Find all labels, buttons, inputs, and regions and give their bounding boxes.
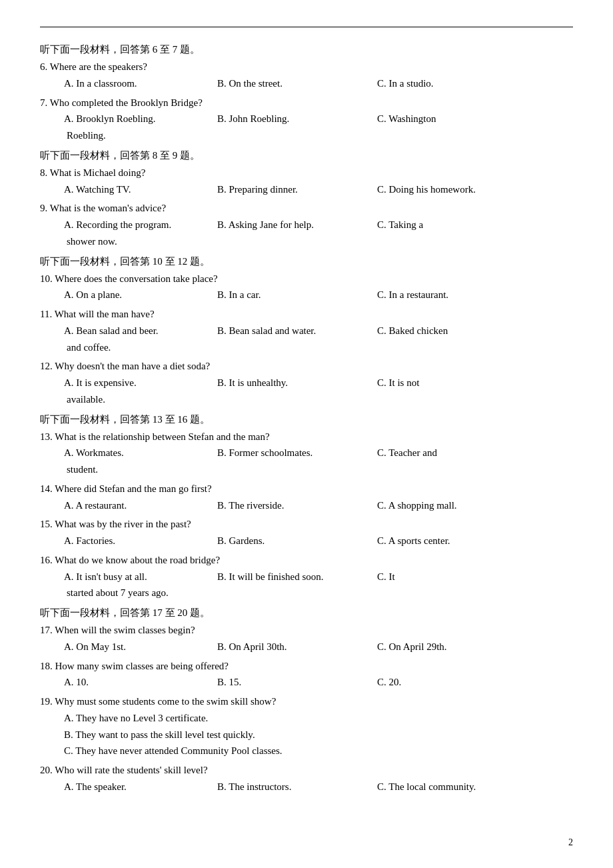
option-q8-2: C. Doing his homework.	[377, 181, 573, 198]
option-q7-0: A. Brooklyn Roebling.	[64, 111, 211, 127]
options-row-q13: A. Workmates.B. Former schoolmates.C. Te…	[40, 445, 573, 461]
continuation-q13: student.	[40, 461, 573, 478]
option-q10-1: B. In a car.	[217, 287, 370, 303]
question-title-q7: 7. Who completed the Brooklyn Bridge?	[40, 95, 573, 111]
option-q20-2: C. The local community.	[377, 779, 573, 795]
question-q18: 18. How many swim classes are being offe…	[40, 658, 573, 691]
section-heading-sec10to12: 听下面一段材料，回答第 10 至 12 题。	[40, 255, 573, 268]
options-row-q16: A. It isn't busy at all.B. It will be fi…	[40, 569, 573, 585]
option-q6-2: C. In a studio.	[377, 75, 573, 92]
question-q16: 16. What do we know about the road bridg…	[40, 552, 573, 601]
options-row-q11: A. Bean salad and beer.B. Bean salad and…	[40, 323, 573, 339]
question-title-q19: 19. Why must some students come to the s…	[40, 693, 573, 710]
continuation-q16: started about 7 years ago.	[40, 585, 573, 601]
question-title-q20: 20. Who will rate the students' skill le…	[40, 762, 573, 779]
continuation-q9: shower now.	[40, 233, 573, 250]
continuation-q7: Roebling.	[40, 127, 573, 144]
question-q20: 20. Who will rate the students' skill le…	[40, 762, 573, 795]
section-heading-sec6to7: 听下面一段材料，回答第 6 至 7 题。	[40, 43, 573, 56]
option-q12-2: C. It is not	[377, 375, 573, 391]
option-q13-0: A. Workmates.	[64, 445, 211, 461]
continuation-q11: and coffee.	[40, 339, 573, 356]
question-q6: 6. Where are the speakers?A. In a classr…	[40, 59, 573, 92]
option-q16-0: A. It isn't busy at all.	[64, 569, 211, 585]
option-q8-1: B. Preparing dinner.	[217, 181, 370, 198]
option-q19-2: C. They have never attended Community Po…	[40, 743, 573, 759]
question-title-q18: 18. How many swim classes are being offe…	[40, 658, 573, 675]
option-q14-2: C. A shopping mall.	[377, 497, 573, 514]
question-q15: 15. What was by the river in the past?A.…	[40, 516, 573, 549]
options-row-q18: A. 10.B. 15.C. 20.	[40, 674, 573, 691]
question-q9: 9. What is the woman's advice?A. Recordi…	[40, 200, 573, 249]
question-q17: 17. When will the swim classes begin?A. …	[40, 622, 573, 655]
question-title-q14: 14. Where did Stefan and the man go firs…	[40, 481, 573, 497]
option-q19-0: A. They have no Level 3 certificate.	[40, 710, 573, 727]
question-title-q16: 16. What do we know about the road bridg…	[40, 552, 573, 569]
option-q17-0: A. On May 1st.	[64, 639, 211, 655]
option-q16-1: B. It will be finished soon.	[217, 569, 370, 585]
option-q10-0: A. On a plane.	[64, 287, 211, 303]
section-heading-sec8to9: 听下面一段材料，回答第 8 至 9 题。	[40, 149, 573, 162]
main-content: 听下面一段材料，回答第 6 至 7 题。6. Where are the spe…	[40, 43, 573, 801]
question-q7: 7. Who completed the Brooklyn Bridge?A. …	[40, 95, 573, 144]
option-q7-2: C. Washington	[377, 111, 573, 127]
option-q14-1: B. The riverside.	[217, 497, 370, 514]
question-title-q9: 9. What is the woman's advice?	[40, 200, 573, 217]
question-q11: 11. What will the man have?A. Bean salad…	[40, 306, 573, 355]
option-q11-1: B. Bean salad and water.	[217, 323, 370, 339]
option-q17-1: B. On April 30th.	[217, 639, 370, 655]
question-q10: 10. Where does the conversation take pla…	[40, 271, 573, 304]
option-q11-2: C. Baked chicken	[377, 323, 573, 339]
option-q19-1: B. They want to pass the skill level tes…	[40, 727, 573, 743]
options-row-q10: A. On a plane.B. In a car.C. In a restau…	[40, 287, 573, 303]
option-q20-0: A. The speaker.	[64, 779, 211, 795]
question-title-q6: 6. Where are the speakers?	[40, 59, 573, 75]
page-number: 2	[568, 837, 573, 848]
option-q6-0: A. In a classroom.	[64, 75, 211, 92]
question-q13: 13. What is the relationship between Ste…	[40, 429, 573, 478]
options-row-q9: A. Recording the program.B. Asking Jane …	[40, 217, 573, 233]
options-row-q15: A. Factories.B. Gardens.C. A sports cent…	[40, 533, 573, 549]
option-q6-1: B. On the street.	[217, 75, 370, 92]
question-title-q15: 15. What was by the river in the past?	[40, 516, 573, 533]
option-q12-0: A. It is expensive.	[64, 375, 211, 391]
option-q15-2: C. A sports center.	[377, 533, 573, 549]
options-row-q8: A. Watching TV.B. Preparing dinner.C. Do…	[40, 181, 573, 198]
option-q9-0: A. Recording the program.	[64, 217, 211, 233]
section-heading-sec17to20: 听下面一段材料，回答第 17 至 20 题。	[40, 607, 573, 619]
option-q15-1: B. Gardens.	[217, 533, 370, 549]
option-q9-1: B. Asking Jane for help.	[217, 217, 370, 233]
option-q8-0: A. Watching TV.	[64, 181, 211, 198]
option-q14-0: A. A restaurant.	[64, 497, 211, 514]
options-row-q20: A. The speaker.B. The instructors.C. The…	[40, 779, 573, 795]
option-q18-1: B. 15.	[217, 674, 370, 691]
option-q10-2: C. In a restaurant.	[377, 287, 573, 303]
question-q12: 12. Why doesn't the man have a diet soda…	[40, 358, 573, 407]
question-title-q10: 10. Where does the conversation take pla…	[40, 271, 573, 287]
options-row-q17: A. On May 1st.B. On April 30th.C. On Apr…	[40, 639, 573, 655]
option-q11-0: A. Bean salad and beer.	[64, 323, 211, 339]
question-title-q13: 13. What is the relationship between Ste…	[40, 429, 573, 445]
option-q9-2: C. Taking a	[377, 217, 573, 233]
continuation-q12: available.	[40, 391, 573, 408]
option-q15-0: A. Factories.	[64, 533, 211, 549]
option-q12-1: B. It is unhealthy.	[217, 375, 370, 391]
option-q13-2: C. Teacher and	[377, 445, 573, 461]
question-title-q8: 8. What is Michael doing?	[40, 165, 573, 181]
options-row-q6: A. In a classroom.B. On the street.C. In…	[40, 75, 573, 92]
option-q18-2: C. 20.	[377, 674, 573, 691]
options-row-q14: A. A restaurant.B. The riverside.C. A sh…	[40, 497, 573, 514]
option-q16-2: C. It	[377, 569, 573, 585]
question-title-q17: 17. When will the swim classes begin?	[40, 622, 573, 639]
options-row-q7: A. Brooklyn Roebling.B. John Roebling.C.…	[40, 111, 573, 127]
option-q17-2: C. On April 29th.	[377, 639, 573, 655]
question-q8: 8. What is Michael doing?A. Watching TV.…	[40, 165, 573, 198]
question-q14: 14. Where did Stefan and the man go firs…	[40, 481, 573, 514]
question-title-q11: 11. What will the man have?	[40, 306, 573, 323]
section-heading-sec13to16: 听下面一段材料，回答第 13 至 16 题。	[40, 413, 573, 426]
options-row-q12: A. It is expensive.B. It is unhealthy.C.…	[40, 375, 573, 391]
question-q19: 19. Why must some students come to the s…	[40, 693, 573, 759]
option-q13-1: B. Former schoolmates.	[217, 445, 370, 461]
top-divider	[40, 27, 573, 27]
option-q20-1: B. The instructors.	[217, 779, 370, 795]
